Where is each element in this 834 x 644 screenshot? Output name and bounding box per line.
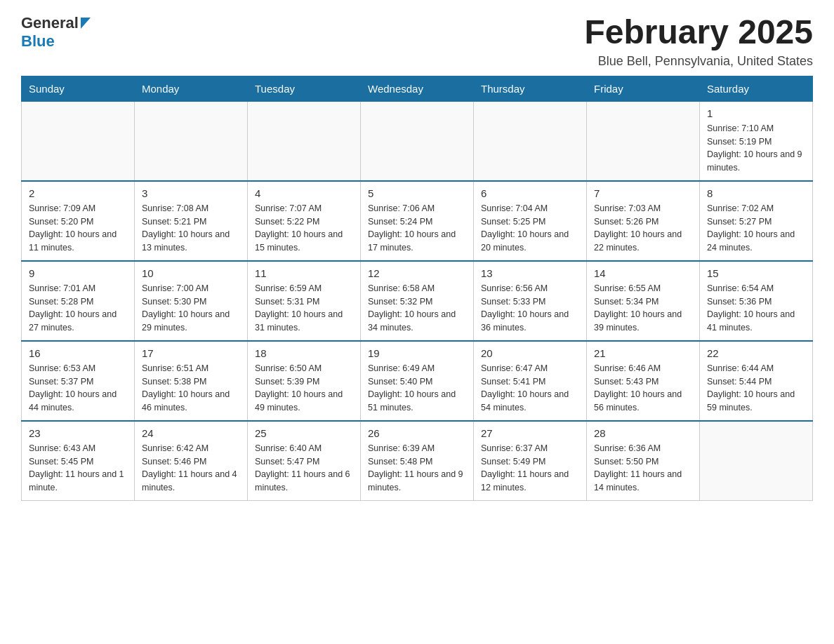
calendar-cell: 10Sunrise: 7:00 AMSunset: 5:30 PMDayligh… xyxy=(135,261,248,341)
day-info: Sunrise: 7:06 AMSunset: 5:24 PMDaylight:… xyxy=(368,202,466,255)
day-info: Sunrise: 7:01 AMSunset: 5:28 PMDaylight:… xyxy=(29,282,127,335)
day-info: Sunrise: 6:56 AMSunset: 5:33 PMDaylight:… xyxy=(481,282,579,335)
calendar-cell xyxy=(248,101,361,181)
calendar-cell: 1Sunrise: 7:10 AMSunset: 5:19 PMDaylight… xyxy=(700,101,813,181)
calendar-cell: 8Sunrise: 7:02 AMSunset: 5:27 PMDaylight… xyxy=(700,181,813,261)
calendar-table: SundayMondayTuesdayWednesdayThursdayFrid… xyxy=(21,76,813,501)
day-number: 27 xyxy=(481,427,579,439)
calendar-cell: 4Sunrise: 7:07 AMSunset: 5:22 PMDaylight… xyxy=(248,181,361,261)
day-info: Sunrise: 6:37 AMSunset: 5:49 PMDaylight:… xyxy=(481,442,579,495)
weekday-header-sunday: Sunday xyxy=(22,76,135,101)
calendar-cell: 12Sunrise: 6:58 AMSunset: 5:32 PMDayligh… xyxy=(361,261,474,341)
day-info: Sunrise: 6:49 AMSunset: 5:40 PMDaylight:… xyxy=(368,362,466,415)
day-info: Sunrise: 6:47 AMSunset: 5:41 PMDaylight:… xyxy=(481,362,579,415)
weekday-header-thursday: Thursday xyxy=(474,76,587,101)
calendar-week-row: 23Sunrise: 6:43 AMSunset: 5:45 PMDayligh… xyxy=(22,421,813,501)
calendar-cell: 18Sunrise: 6:50 AMSunset: 5:39 PMDayligh… xyxy=(248,341,361,421)
calendar-cell: 25Sunrise: 6:40 AMSunset: 5:47 PMDayligh… xyxy=(248,421,361,501)
location-text: Blue Bell, Pennsylvania, United States xyxy=(584,54,813,69)
logo-blue-text: Blue xyxy=(21,32,55,51)
calendar-week-row: 1Sunrise: 7:10 AMSunset: 5:19 PMDaylight… xyxy=(22,101,813,181)
calendar-cell: 21Sunrise: 6:46 AMSunset: 5:43 PMDayligh… xyxy=(587,341,700,421)
day-number: 17 xyxy=(142,347,240,359)
day-number: 5 xyxy=(368,187,466,199)
day-number: 7 xyxy=(594,187,692,199)
weekday-header-row: SundayMondayTuesdayWednesdayThursdayFrid… xyxy=(22,76,813,101)
calendar-week-row: 16Sunrise: 6:53 AMSunset: 5:37 PMDayligh… xyxy=(22,341,813,421)
day-number: 22 xyxy=(707,347,805,359)
day-number: 25 xyxy=(255,427,353,439)
day-number: 13 xyxy=(481,267,579,279)
day-info: Sunrise: 7:02 AMSunset: 5:27 PMDaylight:… xyxy=(707,202,805,255)
day-number: 23 xyxy=(29,427,127,439)
day-info: Sunrise: 6:51 AMSunset: 5:38 PMDaylight:… xyxy=(142,362,240,415)
day-number: 14 xyxy=(594,267,692,279)
day-info: Sunrise: 7:00 AMSunset: 5:30 PMDaylight:… xyxy=(142,282,240,335)
calendar-cell: 3Sunrise: 7:08 AMSunset: 5:21 PMDaylight… xyxy=(135,181,248,261)
day-info: Sunrise: 6:54 AMSunset: 5:36 PMDaylight:… xyxy=(707,282,805,335)
calendar-cell xyxy=(361,101,474,181)
title-block: February 2025 Blue Bell, Pennsylvania, U… xyxy=(584,14,813,69)
calendar-cell: 23Sunrise: 6:43 AMSunset: 5:45 PMDayligh… xyxy=(22,421,135,501)
day-number: 28 xyxy=(594,427,692,439)
page-header: General Blue February 2025 Blue Bell, Pe… xyxy=(21,14,813,69)
day-number: 9 xyxy=(29,267,127,279)
day-number: 16 xyxy=(29,347,127,359)
day-info: Sunrise: 6:46 AMSunset: 5:43 PMDaylight:… xyxy=(594,362,692,415)
logo-general-text: General xyxy=(21,14,79,32)
logo-arrow-icon xyxy=(81,18,91,29)
calendar-cell xyxy=(474,101,587,181)
calendar-week-row: 9Sunrise: 7:01 AMSunset: 5:28 PMDaylight… xyxy=(22,261,813,341)
calendar-cell: 7Sunrise: 7:03 AMSunset: 5:26 PMDaylight… xyxy=(587,181,700,261)
calendar-cell: 9Sunrise: 7:01 AMSunset: 5:28 PMDaylight… xyxy=(22,261,135,341)
calendar-cell xyxy=(587,101,700,181)
calendar-cell: 26Sunrise: 6:39 AMSunset: 5:48 PMDayligh… xyxy=(361,421,474,501)
day-number: 21 xyxy=(594,347,692,359)
day-info: Sunrise: 6:43 AMSunset: 5:45 PMDaylight:… xyxy=(29,442,127,495)
weekday-header-friday: Friday xyxy=(587,76,700,101)
day-number: 10 xyxy=(142,267,240,279)
day-number: 8 xyxy=(707,187,805,199)
day-info: Sunrise: 6:58 AMSunset: 5:32 PMDaylight:… xyxy=(368,282,466,335)
calendar-cell: 24Sunrise: 6:42 AMSunset: 5:46 PMDayligh… xyxy=(135,421,248,501)
day-info: Sunrise: 6:36 AMSunset: 5:50 PMDaylight:… xyxy=(594,442,692,495)
calendar-cell: 6Sunrise: 7:04 AMSunset: 5:25 PMDaylight… xyxy=(474,181,587,261)
day-number: 19 xyxy=(368,347,466,359)
day-info: Sunrise: 7:04 AMSunset: 5:25 PMDaylight:… xyxy=(481,202,579,255)
calendar-cell xyxy=(22,101,135,181)
day-info: Sunrise: 6:39 AMSunset: 5:48 PMDaylight:… xyxy=(368,442,466,495)
day-number: 12 xyxy=(368,267,466,279)
calendar-cell: 11Sunrise: 6:59 AMSunset: 5:31 PMDayligh… xyxy=(248,261,361,341)
calendar-cell: 20Sunrise: 6:47 AMSunset: 5:41 PMDayligh… xyxy=(474,341,587,421)
calendar-cell: 17Sunrise: 6:51 AMSunset: 5:38 PMDayligh… xyxy=(135,341,248,421)
calendar-cell: 16Sunrise: 6:53 AMSunset: 5:37 PMDayligh… xyxy=(22,341,135,421)
calendar-week-row: 2Sunrise: 7:09 AMSunset: 5:20 PMDaylight… xyxy=(22,181,813,261)
calendar-cell: 14Sunrise: 6:55 AMSunset: 5:34 PMDayligh… xyxy=(587,261,700,341)
day-info: Sunrise: 6:42 AMSunset: 5:46 PMDaylight:… xyxy=(142,442,240,495)
day-info: Sunrise: 7:09 AMSunset: 5:20 PMDaylight:… xyxy=(29,202,127,255)
day-info: Sunrise: 6:59 AMSunset: 5:31 PMDaylight:… xyxy=(255,282,353,335)
day-number: 15 xyxy=(707,267,805,279)
calendar-cell xyxy=(135,101,248,181)
calendar-cell: 13Sunrise: 6:56 AMSunset: 5:33 PMDayligh… xyxy=(474,261,587,341)
weekday-header-monday: Monday xyxy=(135,76,248,101)
day-info: Sunrise: 7:03 AMSunset: 5:26 PMDaylight:… xyxy=(594,202,692,255)
day-info: Sunrise: 6:40 AMSunset: 5:47 PMDaylight:… xyxy=(255,442,353,495)
day-number: 1 xyxy=(707,107,805,119)
day-info: Sunrise: 6:55 AMSunset: 5:34 PMDaylight:… xyxy=(594,282,692,335)
day-info: Sunrise: 6:50 AMSunset: 5:39 PMDaylight:… xyxy=(255,362,353,415)
calendar-cell xyxy=(700,421,813,501)
day-number: 26 xyxy=(368,427,466,439)
day-number: 20 xyxy=(481,347,579,359)
day-number: 24 xyxy=(142,427,240,439)
weekday-header-wednesday: Wednesday xyxy=(361,76,474,101)
day-info: Sunrise: 6:44 AMSunset: 5:44 PMDaylight:… xyxy=(707,362,805,415)
day-info: Sunrise: 6:53 AMSunset: 5:37 PMDaylight:… xyxy=(29,362,127,415)
day-number: 18 xyxy=(255,347,353,359)
calendar-cell: 2Sunrise: 7:09 AMSunset: 5:20 PMDaylight… xyxy=(22,181,135,261)
calendar-cell: 15Sunrise: 6:54 AMSunset: 5:36 PMDayligh… xyxy=(700,261,813,341)
day-number: 2 xyxy=(29,187,127,199)
day-info: Sunrise: 7:10 AMSunset: 5:19 PMDaylight:… xyxy=(707,122,805,175)
logo: General Blue xyxy=(21,14,91,51)
day-info: Sunrise: 7:08 AMSunset: 5:21 PMDaylight:… xyxy=(142,202,240,255)
